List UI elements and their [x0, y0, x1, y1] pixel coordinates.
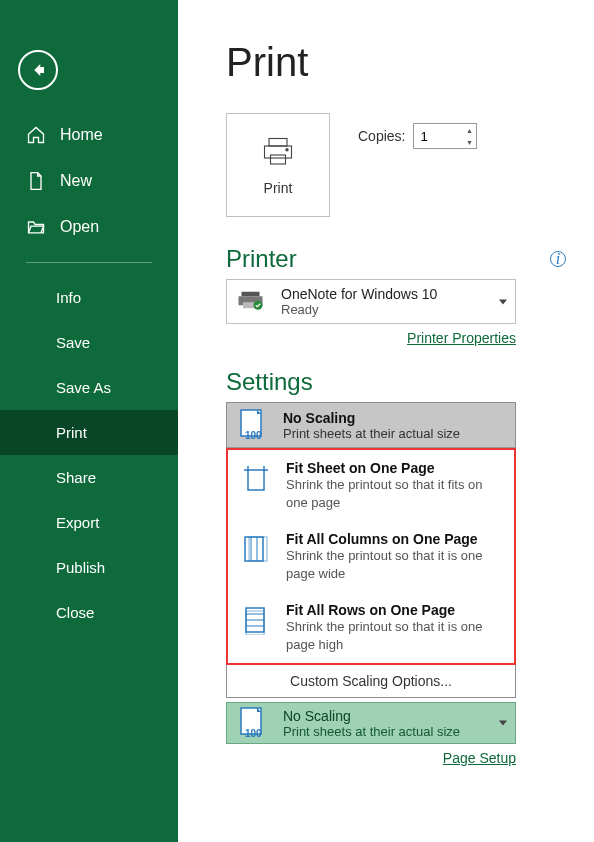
fit-sheet-icon — [240, 462, 272, 494]
nav-new-label: New — [60, 172, 92, 190]
scaling-dropdown: 100 No Scaling Print sheets at their act… — [226, 402, 516, 449]
svg-rect-0 — [269, 139, 287, 147]
fit-rows-icon — [240, 604, 272, 636]
scaling-option-desc: Shrink the printout so that it fits on o… — [286, 476, 502, 511]
nav-secondary: Info Save Save As Print Share Export Pub… — [0, 275, 178, 635]
scaling-option-title: Fit Sheet on One Page — [286, 460, 502, 476]
back-button[interactable] — [18, 50, 58, 90]
custom-scaling-button[interactable]: Custom Scaling Options... — [226, 665, 516, 698]
print-button-label: Print — [264, 180, 293, 196]
nav-print-label: Print — [56, 424, 87, 441]
nav-export[interactable]: Export — [0, 500, 178, 545]
scaling-option-title: Fit All Rows on One Page — [286, 602, 502, 618]
print-button[interactable]: Print — [226, 113, 330, 217]
nav-info[interactable]: Info — [0, 275, 178, 320]
svg-rect-10 — [248, 470, 264, 490]
scaling-current-desc: Print sheets at their actual size — [283, 426, 460, 441]
back-arrow-icon — [29, 61, 47, 79]
nav-info-label: Info — [56, 289, 81, 306]
nav-publish[interactable]: Publish — [0, 545, 178, 590]
printer-section-title: Printer — [226, 245, 297, 273]
printer-info-icon[interactable]: i — [550, 251, 566, 267]
scaling-option-fit-rows[interactable]: Fit All Rows on One Page Shrink the prin… — [228, 592, 514, 663]
svg-rect-14 — [249, 537, 267, 561]
nav-share[interactable]: Share — [0, 455, 178, 500]
scaling-current-title: No Scaling — [283, 410, 460, 426]
svg-rect-4 — [242, 292, 260, 297]
nav-home[interactable]: Home — [0, 112, 178, 158]
svg-text:100: 100 — [245, 430, 262, 441]
main-panel: Print Print Copies: ▲ ▼ — [178, 0, 594, 842]
copies-down[interactable]: ▼ — [462, 136, 476, 148]
settings-section-title: Settings — [226, 368, 566, 396]
selected-scaling-title: No Scaling — [283, 708, 460, 724]
nav-close[interactable]: Close — [0, 590, 178, 635]
fit-columns-icon — [240, 533, 272, 565]
custom-scaling-label: Custom Scaling Options... — [290, 673, 452, 689]
scaling-current[interactable]: 100 No Scaling Print sheets at their act… — [227, 403, 515, 448]
copies-label: Copies: — [358, 128, 405, 144]
scaling-dropdown-closed[interactable]: 100 No Scaling Print sheets at their act… — [226, 702, 516, 744]
nav-saveas-label: Save As — [56, 379, 111, 396]
printer-caret-icon — [499, 299, 507, 304]
nav-save-label: Save — [56, 334, 90, 351]
nav-open[interactable]: Open — [0, 204, 178, 250]
copies-up[interactable]: ▲ — [462, 124, 476, 136]
copies-spinner[interactable]: ▲ ▼ — [413, 123, 477, 149]
copies-row: Copies: ▲ ▼ — [358, 123, 477, 149]
folder-open-icon — [26, 217, 46, 237]
nav-home-label: Home — [60, 126, 103, 144]
page-title: Print — [226, 40, 566, 85]
nav-open-label: Open — [60, 218, 99, 236]
printer-status: Ready — [281, 302, 437, 317]
nav-divider — [26, 262, 152, 263]
scaling-caret-icon — [499, 721, 507, 726]
scaling-option-desc: Shrink the printout so that it is one pa… — [286, 618, 502, 653]
printer-selector[interactable]: OneNote for Windows 10 Ready — [226, 279, 516, 324]
svg-rect-11 — [245, 537, 263, 561]
svg-point-3 — [286, 149, 288, 151]
scaling-option-fit-columns[interactable]: Fit All Columns on One Page Shrink the p… — [228, 521, 514, 592]
printer-properties-link[interactable]: Printer Properties — [226, 330, 516, 346]
nav-publish-label: Publish — [56, 559, 105, 576]
scaling-options-list: Fit Sheet on One Page Shrink the printou… — [226, 448, 516, 665]
nav-save[interactable]: Save — [0, 320, 178, 365]
svg-rect-1 — [265, 146, 292, 158]
selected-scaling-desc: Print sheets at their actual size — [283, 724, 460, 739]
nav-primary: Home New Open — [0, 112, 178, 250]
scaling-option-title: Fit All Columns on One Page — [286, 531, 502, 547]
scaling-option-desc: Shrink the printout so that it is one pa… — [286, 547, 502, 582]
home-icon — [26, 125, 46, 145]
nav-print[interactable]: Print — [0, 410, 178, 455]
document-icon — [26, 171, 46, 191]
svg-rect-2 — [271, 155, 286, 164]
nav-new[interactable]: New — [0, 158, 178, 204]
scaling-option-fit-sheet[interactable]: Fit Sheet on One Page Shrink the printou… — [228, 450, 514, 521]
printer-status-icon — [237, 288, 267, 315]
nav-saveas[interactable]: Save As — [0, 365, 178, 410]
backstage-sidebar: Home New Open Info Save Save As Print Sh… — [0, 0, 178, 842]
svg-text:100: 100 — [245, 728, 262, 739]
printer-name: OneNote for Windows 10 — [281, 286, 437, 302]
no-scaling-icon: 100 — [237, 409, 269, 441]
no-scaling-icon: 100 — [237, 707, 269, 739]
nav-export-label: Export — [56, 514, 99, 531]
printer-icon — [260, 134, 296, 170]
page-setup-link[interactable]: Page Setup — [226, 750, 516, 766]
nav-share-label: Share — [56, 469, 96, 486]
nav-close-label: Close — [56, 604, 94, 621]
